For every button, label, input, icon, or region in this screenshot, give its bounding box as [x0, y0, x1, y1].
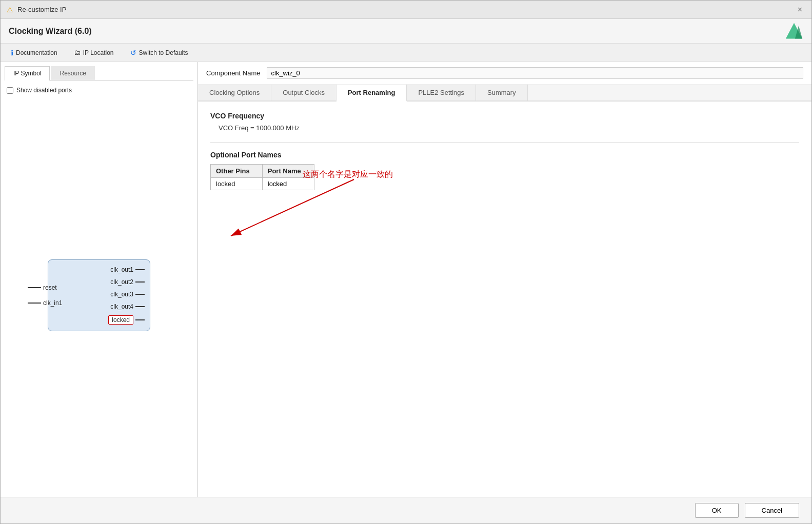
show-disabled-checkbox[interactable] — [7, 87, 13, 94]
right-tabs-row: Clocking Options Output Clocks Port Rena… — [198, 85, 811, 102]
col-other-pins: Other Pins — [211, 165, 263, 178]
tab-summary[interactable]: Summary — [476, 85, 528, 100]
tab-clocking-options[interactable]: Clocking Options — [198, 85, 271, 100]
component-name-label: Component Name — [206, 69, 261, 77]
tab-port-renaming[interactable]: Port Renaming — [336, 85, 407, 102]
title-bar: ⚠ Re-customize IP × — [1, 1, 811, 19]
main-content: IP Symbol Resource Show disabled ports r… — [1, 62, 811, 497]
tab-output-clocks[interactable]: Output Clocks — [271, 85, 336, 100]
tab-plle2-settings[interactable]: PLLE2 Settings — [407, 85, 476, 100]
toolbar-row: ℹ Documentation 🗂 IP Location ↺ Switch t… — [1, 44, 811, 62]
tab-resource[interactable]: Resource — [51, 66, 94, 80]
brand-logo — [785, 22, 803, 41]
documentation-button[interactable]: ℹ Documentation — [9, 48, 60, 58]
left-tab-bar: IP Symbol Resource — [5, 66, 193, 80]
app-title: Clocking Wizard (6.0) — [9, 27, 775, 36]
cell-other-pins: locked — [211, 178, 263, 190]
show-disabled-row: Show disabled ports — [7, 87, 193, 94]
cancel-button[interactable]: Cancel — [745, 503, 799, 518]
clk-out4-port: clk_out4 — [110, 303, 145, 310]
ip-block: reset clk_in1 clk_out1 — [48, 259, 150, 331]
component-name-row: Component Name — [198, 62, 811, 85]
clk-out3-port: clk_out3 — [110, 291, 145, 298]
window-title: Re-customize IP — [17, 6, 66, 13]
footer: OK Cancel — [1, 497, 811, 523]
clk-in1-port: clk_in1 — [28, 299, 62, 307]
content-area: VCO Frequency VCO Freq = 1000.000 MHz Op… — [198, 102, 811, 497]
refresh-icon: ↺ — [130, 49, 136, 57]
close-button[interactable]: × — [795, 4, 805, 15]
component-name-input[interactable] — [267, 67, 804, 79]
main-window: ⚠ Re-customize IP × Clocking Wizard (6.0… — [0, 0, 812, 524]
show-disabled-label: Show disabled ports — [16, 87, 72, 94]
right-panel: Component Name Clocking Options Output C… — [198, 62, 811, 497]
port-table: Other Pins Port Name locked — [210, 164, 314, 190]
info-icon: ℹ — [11, 49, 13, 57]
clk-out2-port: clk_out2 — [110, 278, 145, 286]
locked-port-symbol: locked — [108, 315, 145, 325]
ip-location-button[interactable]: 🗂 IP Location — [72, 48, 116, 57]
app-header: Clocking Wizard (6.0) — [1, 19, 811, 44]
tab-ip-symbol[interactable]: IP Symbol — [5, 66, 50, 80]
switch-defaults-button[interactable]: ↺ Switch to Defaults — [128, 48, 190, 58]
ok-button[interactable]: OK — [695, 503, 739, 518]
ip-symbol-area: reset clk_in1 clk_out1 — [5, 98, 193, 493]
clk-out1-port: clk_out1 — [110, 266, 145, 273]
optional-section-title: Optional Port Names — [210, 151, 799, 159]
vco-section-title: VCO Frequency — [210, 112, 799, 120]
cell-port-name — [262, 178, 314, 190]
annotation-text: 这两个名字是对应一致的 — [303, 169, 393, 180]
vco-freq-value: VCO Freq = 1000.000 MHz — [219, 124, 799, 132]
window-icon: ⚠ — [7, 6, 13, 14]
col-port-name: Port Name — [262, 165, 314, 178]
port-name-input[interactable] — [268, 180, 309, 188]
folder-icon: 🗂 — [74, 49, 81, 56]
left-panel: IP Symbol Resource Show disabled ports r… — [1, 62, 198, 497]
table-annotation-area: Other Pins Port Name locked — [210, 164, 314, 190]
table-row: locked — [211, 178, 314, 190]
reset-port: reset — [28, 284, 62, 291]
